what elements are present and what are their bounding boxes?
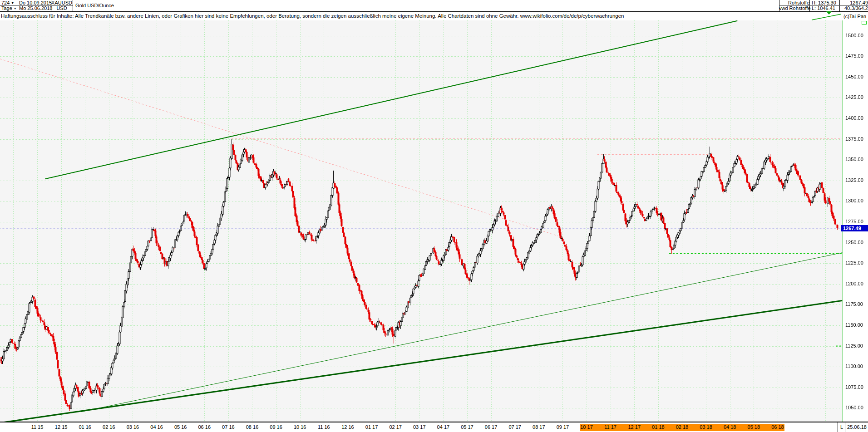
- application-window: 724▼ Tage▼ Do 10.09.2015 Mo 25.06.2018 X…: [0, 0, 868, 432]
- y-axis-label: 1125.00: [845, 343, 863, 349]
- x-axis-label: 06 18: [771, 424, 784, 430]
- mini-trendline-decoration: [763, 9, 868, 24]
- y-axis-label: 1400.00: [845, 115, 863, 121]
- triangle-marker-icon: [826, 11, 832, 15]
- disclaimer-text: Haftungsausschluss für Inhalte: Alle Tre…: [0, 12, 868, 20]
- currency-label: USD: [51, 5, 73, 11]
- y-axis-label: 1050.00: [845, 405, 863, 410]
- x-axis-label: 02 18: [676, 424, 689, 430]
- x-axis-label: 11 17: [604, 424, 616, 430]
- end-date: Mo 25.06.2018: [17, 5, 53, 11]
- title-cell: Gold USD/Ounce: [75, 0, 212, 11]
- x-axis-label: 04 16: [150, 424, 163, 430]
- x-axis-label: 02 16: [103, 424, 115, 430]
- x-axis-label: 05 16: [174, 424, 187, 430]
- x-axis-label: 08 17: [533, 424, 545, 430]
- bars-count-dropdown[interactable]: 724▼: [0, 0, 18, 5]
- category-label: Rohstoffe: [779, 0, 811, 5]
- y-axis-label: 1375.00: [845, 136, 863, 142]
- x-axis-label: 05 18: [748, 424, 760, 430]
- x-axis-label: 11 15: [31, 424, 44, 430]
- y-axis-label: 1450.00: [845, 74, 863, 79]
- high-value: H: 1375.30: [809, 0, 842, 5]
- x-axis-label: 12 17: [628, 424, 641, 430]
- x-axis-label: 02 17: [389, 424, 402, 430]
- y-axis-label: 1500.00: [845, 33, 863, 38]
- y-axis-label: 1075.00: [845, 384, 863, 390]
- start-date: Do 10.09.2015: [17, 0, 53, 5]
- y-axis-label: 1175.00: [845, 301, 863, 307]
- divider: [0, 5, 73, 6]
- last-price-value: 1267.49: [839, 0, 868, 5]
- x-axis-label: 10 16: [294, 424, 306, 430]
- x-axis-label: 08 16: [246, 424, 259, 430]
- divider: [73, 0, 73, 11]
- x-axis-label: 01 18: [652, 424, 665, 430]
- x-axis-label: 10 17: [580, 424, 593, 430]
- y-axis-label: 1250.00: [845, 240, 863, 245]
- y-axis-label: 1425.00: [845, 94, 863, 100]
- x-axis-label: 03 16: [127, 424, 139, 430]
- axis-handle[interactable]: [862, 21, 867, 25]
- x-axis-label: 05 17: [461, 424, 473, 430]
- page-title: Gold USD/Ounce: [75, 1, 212, 10]
- x-axis-label: 01 17: [365, 424, 378, 430]
- y-axis-label: 1225.00: [845, 260, 863, 265]
- last-price-marker: 1267.49: [841, 225, 868, 231]
- x-axis: 11 1512 1501 1602 1603 1604 1605 1606 16…: [0, 422, 868, 432]
- x-axis-label: 07 16: [222, 424, 235, 430]
- price-chart-canvas[interactable]: [0, 0, 868, 432]
- low-marker-box: L: [838, 422, 845, 432]
- y-axis-label: 1150.00: [845, 322, 863, 328]
- x-axis-label: 09 16: [270, 424, 282, 430]
- y-axis-label: 1200.00: [845, 281, 863, 286]
- x-axis-label: 03 17: [413, 424, 426, 430]
- x-axis-label: 07 17: [508, 424, 521, 430]
- x-axis-label: 06 17: [485, 424, 498, 430]
- x-axis-label: 09 17: [557, 424, 569, 430]
- x-axis-label: 12 15: [55, 424, 68, 430]
- y-axis-label: 1275.00: [845, 219, 863, 224]
- divider: [779, 5, 868, 6]
- x-axis-label: 03 18: [700, 424, 712, 430]
- last-date-box: 25.06.18: [845, 422, 868, 432]
- timeframe-dropdown[interactable]: Tage▼: [0, 5, 18, 11]
- x-axis-label: 06 16: [198, 424, 211, 430]
- x-axis-label: 01 16: [79, 424, 91, 430]
- toolbar: 724▼ Tage▼ Do 10.09.2015 Mo 25.06.2018 X…: [0, 0, 868, 12]
- x-axis-label: 04 18: [724, 424, 736, 430]
- y-axis-label: 1350.00: [845, 157, 863, 162]
- x-axis-label: 11 16: [318, 424, 330, 430]
- y-axis-label: 1325.00: [845, 177, 863, 183]
- chevron-down-icon[interactable]: ▼: [11, 1, 14, 5]
- x-axis-label: 12 16: [341, 424, 354, 430]
- symbol-label: XAUUSD: [51, 0, 73, 5]
- y-axis-label: 1300.00: [845, 198, 863, 203]
- chevron-down-icon[interactable]: ▼: [14, 7, 17, 10]
- y-axis-label: 1100.00: [845, 363, 863, 369]
- y-axis-label: 1475.00: [845, 53, 863, 59]
- x-axis-label: 04 17: [437, 424, 450, 430]
